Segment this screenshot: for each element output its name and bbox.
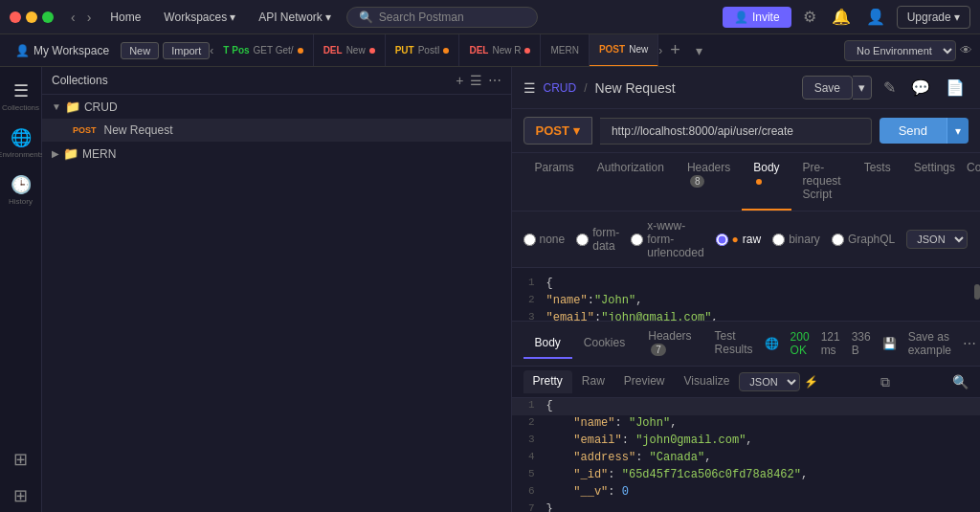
resp-line-3: 3 "email": "john0gmail.com", — [512, 433, 981, 450]
tab-del-new[interactable]: DEL New — [314, 34, 386, 67]
tab-authorization[interactable]: Authorization — [586, 153, 676, 211]
sidebar-item-apis[interactable]: ⊞ — [2, 443, 40, 476]
radio-none[interactable]: none — [523, 233, 566, 246]
resp-line-2: 2 "name": "John", — [512, 415, 981, 433]
radio-raw[interactable]: ● raw — [716, 233, 762, 246]
radio-graphql[interactable]: GraphQL — [832, 233, 895, 246]
add-tab-button[interactable]: + — [662, 40, 688, 60]
sidebar-header: Collections + ☰ ⋯ — [42, 67, 511, 95]
collection-icon: ☰ — [523, 80, 536, 96]
tab-params[interactable]: Params — [523, 153, 586, 211]
radio-binary[interactable]: binary — [772, 233, 820, 246]
apis-icon: ⊞ — [13, 449, 28, 470]
sidebar-item-collections[interactable]: ☰ Collections — [2, 75, 40, 118]
send-button[interactable]: Send — [880, 118, 947, 144]
comment-icon[interactable]: 💬 — [907, 75, 934, 100]
new-tab-button[interactable]: New — [121, 42, 159, 59]
close-button[interactable] — [10, 11, 21, 23]
request-header: ☰ CRUD / New Request Save ▾ ✎ 💬 📄 — [512, 67, 981, 109]
fmt-tab-raw[interactable]: Raw — [572, 370, 614, 393]
response-tabs: Body Cookies Headers 7 Test Results 🌐 20… — [512, 322, 981, 367]
tab-headers[interactable]: Headers 8 — [676, 153, 742, 211]
response-time: 121 ms — [821, 330, 840, 357]
request-body-editor[interactable]: 1 { 2 "name":"John", 3 "email":"john@gma… — [512, 268, 981, 321]
more-options-icon[interactable]: ⋯ — [963, 336, 976, 351]
workspaces-dropdown[interactable]: Workspaces ▾ — [156, 11, 243, 24]
tab-del-new-r[interactable]: DEL New R — [459, 34, 541, 67]
add-collection-icon[interactable]: + — [456, 73, 463, 88]
api-network-dropdown[interactable]: API Network ▾ — [251, 11, 339, 24]
resp-tab-body[interactable]: Body — [523, 328, 572, 359]
search-bar[interactable]: 🔍 Search Postman — [346, 7, 538, 28]
import-button[interactable]: Import — [163, 42, 210, 59]
invite-button[interactable]: 👤 Invite — [723, 7, 791, 28]
forward-button[interactable]: › — [83, 8, 96, 27]
tab-t-pos[interactable]: T Pos GET Get/ — [213, 34, 313, 67]
tree-item-new-request[interactable]: POST New Request — [42, 119, 511, 142]
search-icon[interactable]: 🔍 — [952, 374, 969, 390]
resp-tab-headers[interactable]: Headers 7 — [636, 322, 702, 366]
resp-tab-cookies[interactable]: Cookies — [572, 328, 636, 359]
tab-menu-button[interactable]: ▾ — [688, 43, 710, 58]
environment-select[interactable]: No Environment — [844, 40, 956, 61]
resp-tab-test-results[interactable]: Test Results — [703, 322, 765, 366]
radio-form-data[interactable]: form-data — [576, 226, 619, 253]
tab-tests[interactable]: Tests — [853, 153, 902, 211]
tab-mern[interactable]: MERN — [541, 34, 589, 67]
share-icon[interactable]: 📄 — [942, 75, 969, 100]
tab-post-new[interactable]: POST New — [590, 34, 658, 67]
body-line-3: 3 "email":"john@gmail.com", — [512, 310, 981, 321]
avatar[interactable]: 👤 — [862, 4, 889, 30]
save-button-group: Save ▾ — [802, 76, 872, 100]
tree-item-crud[interactable]: ▼ 📁 CRUD — [42, 95, 511, 119]
sidebar-item-environments[interactable]: 🌐 Environments — [2, 122, 40, 165]
tab-pre-request-script[interactable]: Pre-request Script — [791, 153, 853, 211]
radio-urlencoded[interactable]: x-www-form-urlencoded — [631, 219, 703, 259]
sidebar-menu-icon[interactable]: ☰ — [470, 73, 482, 88]
resp-line-7: 7 } — [512, 501, 981, 512]
json-format-select[interactable]: JSON — [906, 230, 968, 249]
save-dropdown-button[interactable]: ▾ — [853, 76, 872, 100]
tab-settings[interactable]: Settings — [902, 153, 967, 211]
chevron-right-icon: ▶ — [52, 148, 59, 159]
globe-icon: 🌐 — [765, 337, 779, 350]
cookies-link[interactable]: Cookies — [967, 153, 980, 211]
fmt-tab-preview[interactable]: Preview — [614, 370, 675, 393]
notifications-icon[interactable]: 🔔 — [828, 4, 855, 30]
collection-breadcrumb[interactable]: CRUD — [544, 81, 577, 95]
tab-put-post[interactable]: PUT PostI — [386, 34, 460, 67]
main-area: ☰ Collections 🌐 Environments 🕒 History ⊞… — [0, 67, 980, 512]
tab-body[interactable]: Body — [742, 153, 791, 211]
scrollbar-thumb — [974, 284, 980, 301]
filter-icon[interactable]: ⚡ — [804, 375, 818, 389]
home-tab[interactable]: Home — [102, 11, 148, 24]
url-input[interactable] — [600, 118, 872, 145]
tab-dot — [524, 48, 530, 54]
workspace-icon: 👤 — [15, 44, 30, 57]
method-select[interactable]: POST ▾ — [523, 117, 592, 145]
body-line-1: 1 { — [512, 276, 981, 293]
minimize-button[interactable] — [26, 11, 37, 23]
sidebar-item-history[interactable]: 🕒 History — [2, 168, 40, 211]
back-button[interactable]: ‹ — [67, 8, 79, 27]
sidebar-options-icon[interactable]: ⋯ — [488, 73, 501, 88]
edit-icon[interactable]: ✎ — [880, 75, 900, 100]
workspace-button[interactable]: 👤 My Workspace — [4, 44, 121, 57]
sidebar-item-add[interactable]: ⊞ — [2, 479, 40, 512]
maximize-button[interactable] — [42, 11, 54, 23]
resp-line-4: 4 "address": "Canada", — [512, 450, 981, 467]
save-example-label[interactable]: Save as example — [908, 330, 951, 357]
fmt-tab-visualize[interactable]: Visualize — [675, 370, 740, 393]
send-dropdown-button[interactable]: ▾ — [947, 118, 969, 144]
settings-icon[interactable]: ⚙ — [799, 4, 820, 30]
copy-icon[interactable]: ⧉ — [880, 374, 890, 390]
resp-json-select[interactable]: JSON — [739, 372, 800, 391]
env-icon[interactable]: 👁 — [956, 39, 976, 61]
upgrade-button[interactable]: Upgrade ▾ — [897, 6, 970, 29]
resp-line-5: 5 "_id": "65d45f71ca506c0fd78a8462", — [512, 467, 981, 484]
fmt-tab-pretty[interactable]: Pretty — [523, 370, 572, 393]
tab-dot — [369, 48, 375, 54]
save-button[interactable]: Save — [802, 76, 853, 100]
response-body: 1 { 2 "name": "John", 3 "email": "john0g… — [512, 398, 981, 512]
tree-item-mern[interactable]: ▶ 📁 MERN — [42, 142, 511, 166]
